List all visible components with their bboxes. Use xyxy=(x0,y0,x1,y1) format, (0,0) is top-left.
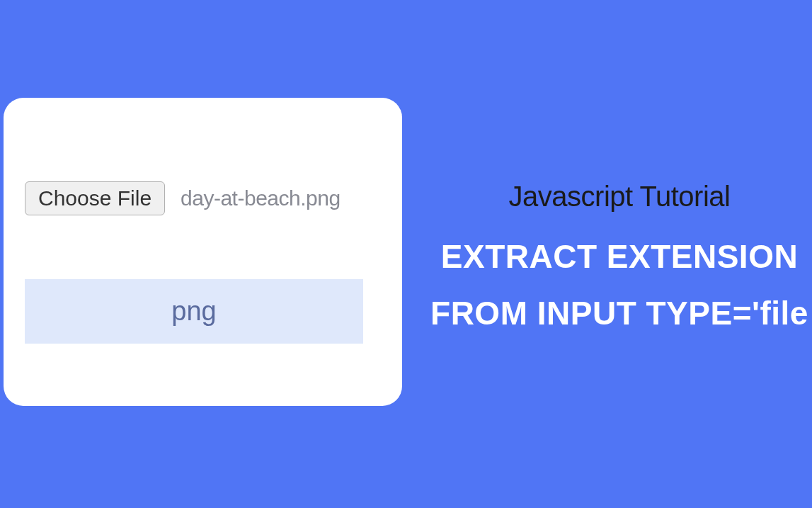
extension-result-box: png xyxy=(25,279,363,344)
tutorial-title-line2: FROM INPUT TYPE='file xyxy=(425,294,812,332)
title-section: Javascript Tutorial EXTRACT EXTENSION FR… xyxy=(425,181,812,332)
tutorial-title-line1: EXTRACT EXTENSION xyxy=(425,232,812,281)
choose-file-button[interactable]: Choose File xyxy=(25,181,165,215)
selected-filename: day-at-beach.png xyxy=(181,186,341,210)
file-input-row: Choose File day-at-beach.png xyxy=(25,181,381,215)
tutorial-subtitle: Javascript Tutorial xyxy=(425,181,812,213)
demo-card: Choose File day-at-beach.png png xyxy=(4,98,402,406)
extension-result-text: png xyxy=(171,296,216,326)
